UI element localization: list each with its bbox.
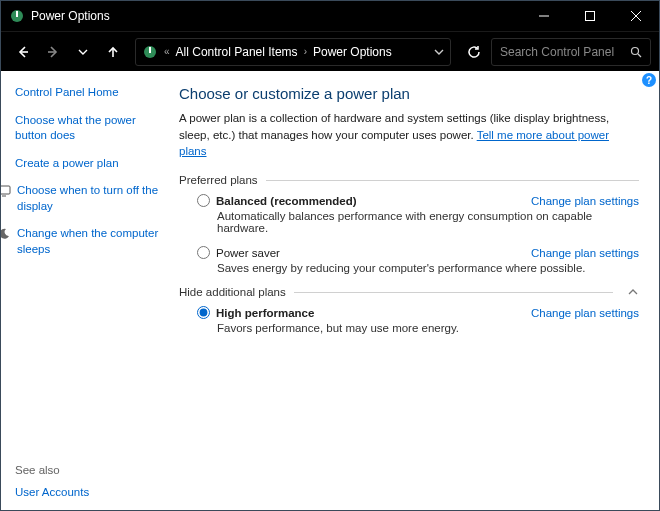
- svg-rect-3: [586, 12, 595, 21]
- maximize-button[interactable]: [567, 1, 613, 31]
- minimize-button[interactable]: [521, 1, 567, 31]
- sidebar-link-create-plan[interactable]: Create a power plan: [15, 156, 163, 172]
- svg-rect-1: [16, 11, 18, 17]
- title-bar: Power Options: [1, 1, 659, 31]
- sleep-icon: [1, 227, 11, 241]
- forward-button[interactable]: [39, 38, 67, 66]
- breadcrumb-item[interactable]: Power Options: [313, 45, 392, 59]
- up-button[interactable]: [99, 38, 127, 66]
- sidebar-link-display-off[interactable]: Choose when to turn off the display: [17, 183, 163, 214]
- search-input[interactable]: Search Control Panel: [491, 38, 651, 66]
- app-icon: [9, 8, 25, 24]
- plan-name-saver[interactable]: Power saver: [216, 247, 531, 259]
- sidebar-link-sleep[interactable]: Change when the computer sleeps: [17, 226, 163, 257]
- window-title: Power Options: [31, 9, 521, 23]
- plan-power-saver: Power saver Change plan settings Saves e…: [197, 246, 639, 274]
- chevron-icon: «: [164, 46, 170, 57]
- plan-name-high[interactable]: High performance: [216, 307, 531, 319]
- close-button[interactable]: [613, 1, 659, 31]
- change-settings-balanced[interactable]: Change plan settings: [531, 195, 639, 207]
- chevron-down-icon[interactable]: [434, 47, 444, 57]
- nav-bar: « All Control Panel Items › Power Option…: [1, 31, 659, 71]
- plan-radio-high[interactable]: [197, 306, 210, 319]
- see-also-heading: See also: [15, 464, 163, 476]
- address-bar[interactable]: « All Control Panel Items › Power Option…: [135, 38, 451, 66]
- plan-balanced: Balanced (recommended) Change plan setti…: [197, 194, 639, 234]
- svg-rect-13: [1, 186, 10, 194]
- refresh-button[interactable]: [459, 38, 489, 66]
- plan-desc-high: Favors performance, but may use more ene…: [217, 322, 639, 334]
- recent-dropdown-button[interactable]: [69, 38, 97, 66]
- plan-desc-balanced: Automatically balances performance with …: [217, 210, 639, 234]
- chevron-up-icon: [621, 286, 639, 298]
- plan-name-balanced[interactable]: Balanced (recommended): [216, 195, 531, 207]
- display-icon: [1, 184, 11, 198]
- search-icon: [630, 46, 642, 58]
- intro-text: A power plan is a collection of hardware…: [179, 110, 639, 160]
- plan-high-performance: High performance Change plan settings Fa…: [197, 306, 639, 334]
- sidebar-home-link[interactable]: Control Panel Home: [15, 85, 163, 101]
- svg-rect-10: [149, 47, 151, 53]
- plan-radio-saver[interactable]: [197, 246, 210, 259]
- chevron-right-icon: ›: [304, 46, 307, 57]
- sidebar: Control Panel Home Choose what the power…: [1, 71, 171, 510]
- preferred-plans-section: Preferred plans: [179, 174, 639, 186]
- search-placeholder: Search Control Panel: [500, 45, 614, 59]
- help-icon[interactable]: ?: [642, 73, 656, 87]
- svg-line-12: [638, 54, 641, 57]
- page-heading: Choose or customize a power plan: [179, 85, 639, 102]
- additional-plans-section[interactable]: Hide additional plans: [179, 286, 639, 298]
- svg-point-11: [632, 47, 639, 54]
- related-link-user-accounts[interactable]: User Accounts: [15, 486, 163, 498]
- content-area: Control Panel Home Choose what the power…: [1, 71, 659, 510]
- sidebar-link-power-button[interactable]: Choose what the power button does: [15, 113, 163, 144]
- breadcrumb-item[interactable]: All Control Panel Items: [176, 45, 298, 59]
- back-button[interactable]: [9, 38, 37, 66]
- change-settings-saver[interactable]: Change plan settings: [531, 247, 639, 259]
- control-panel-icon: [142, 44, 158, 60]
- main-panel: ? Choose or customize a power plan A pow…: [171, 71, 659, 510]
- change-settings-high[interactable]: Change plan settings: [531, 307, 639, 319]
- plan-desc-saver: Saves energy by reducing your computer's…: [217, 262, 639, 274]
- plan-radio-balanced[interactable]: [197, 194, 210, 207]
